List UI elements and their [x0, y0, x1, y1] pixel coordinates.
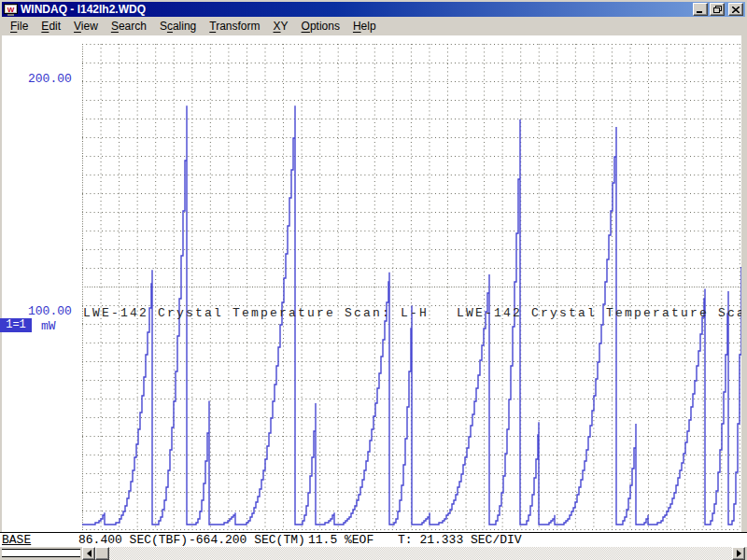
menu-bar: FileEditViewSearchScalingTransformXYOpti… [2, 17, 745, 35]
minimize-button[interactable] [693, 3, 708, 16]
close-icon [732, 7, 740, 13]
status-time-from-bof: 86.400 SEC(TBF) [78, 533, 188, 547]
menu-item-scaling[interactable]: Scaling [153, 18, 203, 35]
status-sec-per-div: T: 21.333 SEC/DIV [398, 533, 522, 547]
scroll-right-button[interactable] [732, 547, 745, 560]
y-axis-unit: mW [41, 319, 56, 333]
y-axis-tick-100: 100.00 [28, 304, 72, 318]
title-bar[interactable]: W WINDAQ - l142lh2.WDQ [2, 2, 745, 17]
menu-item-view[interactable]: View [67, 18, 105, 35]
event-marker-annotation: LWE-142 Crystal Temperature Scan: L-H LW… [83, 306, 741, 320]
waveform-trace [0, 35, 741, 532]
menu-item-xy[interactable]: XY [267, 18, 295, 35]
scrollbar-thumb[interactable] [95, 547, 109, 560]
arrow-left-icon [83, 550, 92, 557]
windaq-app-icon: W [4, 4, 18, 16]
status-time-marker: -664.200 SEC(TM) [189, 533, 305, 547]
minimize-icon [697, 7, 704, 13]
restore-button[interactable] [710, 3, 725, 16]
horizontal-scrollbar [0, 547, 747, 560]
windaq-window: { "window": { "title": "WINDAQ - l142lh2… [0, 0, 747, 560]
channel-badge[interactable]: 1=1 [0, 318, 32, 332]
menu-item-edit[interactable]: Edit [35, 18, 67, 35]
pan-indicator-box [2, 549, 80, 557]
svg-text:W: W [7, 5, 15, 13]
close-button[interactable] [728, 3, 743, 16]
arrow-right-icon [737, 550, 745, 557]
status-percent-eof: 11.5 %EOF [308, 533, 374, 547]
window-title: WINDAQ - l142lh2.WDQ [21, 3, 693, 16]
menu-item-help[interactable]: Help [346, 18, 383, 35]
waveform-plot-area[interactable]: LWE-142 Crystal Temperature Scan: L-H LW… [0, 35, 741, 532]
menu-item-transform[interactable]: Transform [203, 18, 266, 35]
menu-item-file[interactable]: File [4, 18, 35, 35]
window-border-left [0, 35, 2, 532]
menu-item-options[interactable]: Options [295, 18, 346, 35]
restore-icon [713, 6, 722, 13]
menu-item-search[interactable]: Search [105, 18, 153, 35]
status-bar: BASE 86.400 SEC(TBF) -664.200 SEC(TM) 11… [0, 533, 747, 547]
status-base-label[interactable]: BASE [2, 533, 31, 547]
window-border-right [741, 35, 747, 532]
scrollbar-track[interactable] [95, 547, 732, 560]
scroll-left-button[interactable] [82, 547, 95, 560]
y-axis-tick-200: 200.00 [28, 72, 72, 86]
